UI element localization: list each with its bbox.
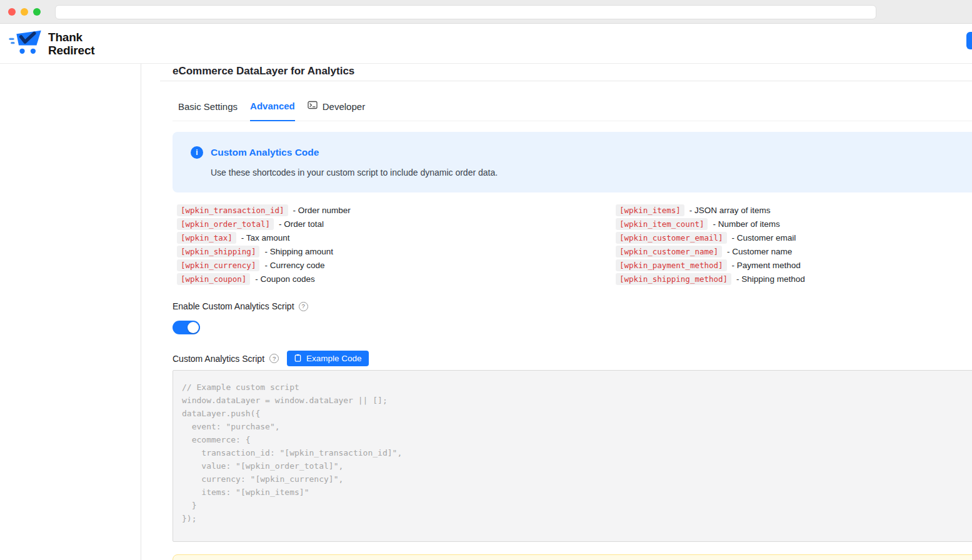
- example-code-button[interactable]: Example Code: [287, 351, 369, 366]
- tab-developer[interactable]: Developer: [308, 100, 365, 121]
- shortcode-list-left: [wpkin_transaction_id] - Order number [w…: [177, 204, 616, 285]
- shortcode-row: [wpkin_shipping_method] - Shipping metho…: [616, 273, 805, 285]
- shortcode-list-right: [wpkin_items] - JSON array of items [wpk…: [616, 204, 805, 285]
- shortcode-row: [wpkin_currency] - Currency code: [177, 259, 616, 271]
- help-icon[interactable]: ?: [299, 302, 308, 311]
- paste-icon: [294, 354, 302, 364]
- shortcode-row: [wpkin_customer_name] - Customer name: [616, 246, 805, 258]
- shortcode-description: - Currency code: [264, 261, 324, 270]
- custom-script-label: Custom Analytics Script: [173, 354, 264, 364]
- shortcode-chip: [wpkin_tax]: [177, 232, 236, 244]
- shortcode-description: - JSON array of items: [689, 206, 771, 215]
- tab-basic-settings[interactable]: Basic Settings: [178, 101, 238, 121]
- shortcode-description: - Shipping method: [736, 274, 805, 284]
- help-icon[interactable]: ?: [269, 354, 279, 363]
- shortcode-description: - Tax amount: [241, 233, 290, 242]
- shortcode-description: - Shipping amount: [264, 247, 333, 256]
- shortcode-chip: [wpkin_payment_method]: [616, 259, 727, 271]
- custom-script-textarea[interactable]: [173, 370, 972, 542]
- shortcode-row: [wpkin_shipping] - Shipping amount: [177, 246, 616, 258]
- terminal-icon: [308, 100, 318, 113]
- app-header: Thank Redirect: [0, 24, 972, 64]
- browser-chrome: [0, 0, 972, 24]
- shortcode-chip: [wpkin_shipping]: [177, 246, 259, 258]
- shortcode-chip: [wpkin_order_total]: [177, 218, 274, 230]
- shortcode-description: - Order total: [279, 219, 324, 229]
- zoom-window-button[interactable]: [33, 8, 41, 16]
- shortcode-chip: [wpkin_transaction_id]: [177, 204, 288, 216]
- warning-banner: [173, 554, 972, 560]
- shortcode-lists: [wpkin_transaction_id] - Order number [w…: [173, 204, 972, 285]
- shortcode-row: [wpkin_tax] - Tax amount: [177, 232, 616, 244]
- shortcode-row: [wpkin_items] - JSON array of items: [616, 204, 805, 216]
- info-banner-description: Use these shortcodes in your custom scri…: [211, 168, 969, 178]
- settings-tabs: Basic Settings Advanced Developer: [173, 100, 972, 121]
- shortcode-description: - Customer name: [727, 247, 792, 256]
- address-bar[interactable]: [55, 5, 876, 19]
- shortcode-chip: [wpkin_coupon]: [177, 273, 250, 285]
- shortcode-chip: [wpkin_customer_email]: [616, 232, 727, 244]
- info-icon: i: [191, 146, 203, 159]
- shortcode-row: [wpkin_transaction_id] - Order number: [177, 204, 616, 216]
- shortcode-row: [wpkin_item_count] - Number of items: [616, 218, 805, 230]
- info-banner-title: Custom Analytics Code: [211, 147, 319, 158]
- shortcode-chip: [wpkin_shipping_method]: [616, 273, 731, 285]
- shortcode-chip: [wpkin_item_count]: [616, 218, 708, 230]
- shortcode-description: - Order number: [293, 206, 351, 215]
- enable-script-field: Enable Custom Analytics Script ?: [173, 301, 972, 311]
- shortcode-description: - Customer email: [732, 233, 796, 242]
- tab-advanced[interactable]: Advanced: [250, 100, 295, 121]
- minimize-window-button[interactable]: [21, 8, 28, 16]
- brand: Thank Redirect: [8, 29, 94, 59]
- shortcode-description: - Payment method: [732, 261, 801, 270]
- main-content: eCommerce DataLayer for Analytics Basic …: [141, 64, 972, 560]
- window-controls: [8, 8, 41, 16]
- shortcode-row: [wpkin_payment_method] - Payment method: [616, 259, 805, 271]
- close-window-button[interactable]: [8, 8, 16, 16]
- sidebar: [0, 64, 141, 560]
- toggle-knob: [188, 322, 199, 333]
- title-divider: [160, 81, 972, 81]
- shortcode-row: [wpkin_coupon] - Coupon codes: [177, 273, 616, 285]
- shortcode-description: - Number of items: [713, 219, 779, 229]
- shortcode-row: [wpkin_order_total] - Order total: [177, 218, 616, 230]
- shortcode-chip: [wpkin_items]: [616, 204, 684, 216]
- shortcode-chip: [wpkin_customer_name]: [616, 246, 722, 258]
- cart-logo-icon: [8, 29, 44, 59]
- page-title: eCommerce DataLayer for Analytics: [173, 65, 972, 81]
- enable-script-label: Enable Custom Analytics Script: [173, 301, 294, 311]
- header-action-button-cutoff[interactable]: [966, 32, 972, 49]
- custom-script-field: Custom Analytics Script ? Example Code: [173, 351, 972, 366]
- shortcode-description: - Coupon codes: [255, 274, 314, 284]
- shortcode-row: [wpkin_customer_email] - Customer email: [616, 232, 805, 244]
- brand-name: Thank Redirect: [48, 31, 94, 57]
- shortcode-chip: [wpkin_currency]: [177, 259, 259, 271]
- info-banner: i Custom Analytics Code Use these shortc…: [173, 132, 972, 192]
- enable-script-toggle[interactable]: [173, 321, 200, 334]
